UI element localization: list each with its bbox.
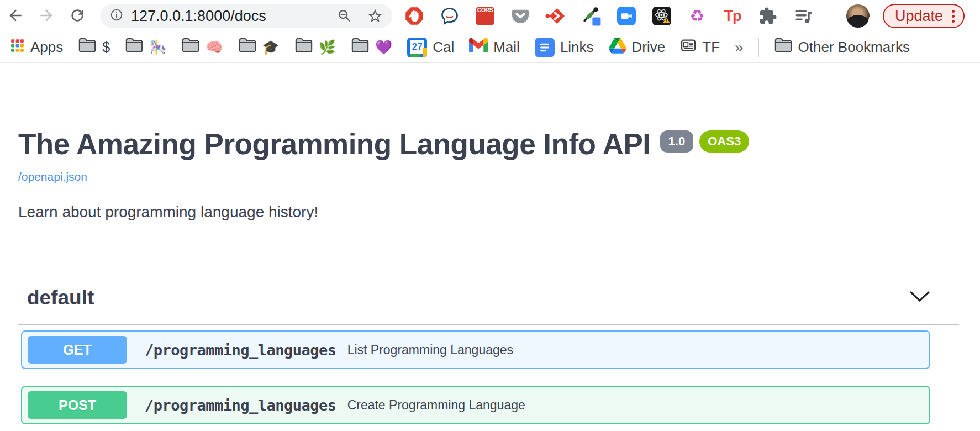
tf-label: TF [702,39,720,56]
calendar-label: Cal [433,39,454,56]
operation-summary: Create Programming Language [347,398,525,413]
bookmark-mail[interactable]: Mail [469,38,520,56]
operation-get-programming-languages[interactable]: GET /programming_languages List Programm… [21,330,930,369]
version-badge: 1.0 [660,130,694,153]
url-text: 127.0.0.1:8000/docs [131,8,323,25]
recycle-glyph: ♻ [690,8,705,24]
update-button[interactable]: Update [883,4,965,28]
folder-emoji: 🎓 [262,40,280,54]
post-method-badge: POST [28,391,127,419]
reload-icon [69,7,86,26]
atom-icon [652,7,671,25]
bookmark-folder-dollar[interactable]: $ [78,37,110,57]
gmail-icon [469,38,488,56]
swagger-docs: The Amazing Programming Language Info AP… [18,128,959,424]
cors-extension-icon[interactable]: CORS [474,5,496,27]
operation-summary: List Programming Languages [347,343,513,358]
apps-shortcut[interactable]: Apps [10,38,63,57]
other-bookmarks[interactable]: Other Bookmarks [774,37,910,57]
playlist-extension-icon[interactable] [792,5,814,27]
google-calendar-icon: 27 [407,38,427,57]
openapi-json-link[interactable]: /openapi.json [18,170,87,183]
bookmark-tf[interactable]: TF [680,37,720,57]
bookmarks-bar: Apps $ 🎠 🧠 🎓 🌿 💜 27 Cal [0,32,980,63]
react-devtools-extension-icon[interactable] [651,5,673,27]
bookmark-drive[interactable]: Drive [609,38,666,57]
update-label: Update [895,8,943,25]
apps-label: Apps [30,39,63,56]
video-camera-icon [617,7,636,25]
tag-section-default[interactable]: default [18,286,959,325]
tag-name: default [27,286,94,309]
forward-button[interactable] [31,1,62,31]
share-diamond-extension-icon[interactable] [545,5,567,27]
browser-menu-dots-icon[interactable] [952,10,955,23]
toucan-extension-icon[interactable]: Tp [721,5,744,27]
bookmark-folder-carousel[interactable]: 🎠 [125,37,166,57]
folder-emoji: 🧠 [206,40,223,54]
color-picker-extension-icon[interactable] [580,5,602,27]
bookmarks-overflow-button[interactable]: » [735,39,744,56]
article-page-icon [680,37,697,57]
cors-label: CORS [476,7,494,25]
recycle-extension-icon[interactable]: ♻ [686,5,708,27]
bookmark-folder-grad[interactable]: 🎓 [238,37,280,57]
browser-toolbar: 127.0.0.1:8000/docs [0,0,980,32]
page-info-icon[interactable] [109,8,124,24]
api-description: Learn about programming language history… [18,203,959,221]
drive-label: Drive [632,39,666,56]
apps-grid-icon [10,38,25,57]
oas3-badge: OAS3 [699,130,749,153]
pocket-extension-icon[interactable] [509,5,531,27]
zoom-meeting-extension-icon[interactable] [615,5,637,27]
tp-label: Tp [724,8,741,25]
zoom-out-icon[interactable] [337,8,352,24]
folder-emoji: 🌿 [319,40,336,54]
links-label: Links [560,39,594,56]
chat-bubble-extension-icon[interactable] [439,5,461,27]
operation-path: /programming_languages [145,397,336,414]
extensions-puzzle-icon[interactable] [757,5,779,27]
folder-icon [774,37,793,57]
api-badges: 1.0 OAS3 [660,130,750,153]
folder-icon [238,37,257,57]
address-bar[interactable]: 127.0.0.1:8000/docs [101,4,392,28]
bookmark-folder-heart[interactable]: 💜 [351,37,392,57]
folder-icon [78,37,97,57]
folder-icon [351,37,370,57]
operation-post-programming-languages[interactable]: POST /programming_languages Create Progr… [21,386,930,424]
other-bookmarks-label: Other Bookmarks [798,39,910,56]
calendar-day: 27 [410,40,424,54]
folder-icon [181,37,200,57]
adblock-extension-icon[interactable] [403,5,425,27]
chevron-down-icon[interactable] [909,291,930,305]
bookmarks-divider [758,38,759,57]
forward-icon [38,7,55,26]
extensions-area: CORS [403,5,814,27]
folder-emoji: 💜 [375,40,392,54]
mail-label: Mail [493,39,520,56]
bookmark-folder-brain[interactable]: 🧠 [181,37,223,57]
get-method-badge: GET [28,336,127,364]
links-tile-icon [535,38,555,57]
back-icon [7,7,24,26]
back-button[interactable] [0,1,31,31]
folder-icon [294,37,313,57]
folder-emoji: $ [102,40,110,54]
page-title: The Amazing Programming Language Info AP… [18,128,651,160]
folder-icon [125,37,144,57]
operation-path: /programming_languages [145,341,336,359]
reload-button[interactable] [62,1,93,31]
google-drive-icon [609,38,626,57]
bookmark-star-icon[interactable] [367,8,383,24]
profile-avatar[interactable] [846,4,870,28]
bookmark-calendar[interactable]: 27 Cal [407,38,454,57]
bookmark-links[interactable]: Links [535,38,594,57]
bookmark-folder-herb[interactable]: 🌿 [294,37,336,57]
api-header: The Amazing Programming Language Info AP… [18,128,959,160]
overflow-chevron: » [735,39,744,56]
folder-emoji: 🎠 [149,40,166,54]
